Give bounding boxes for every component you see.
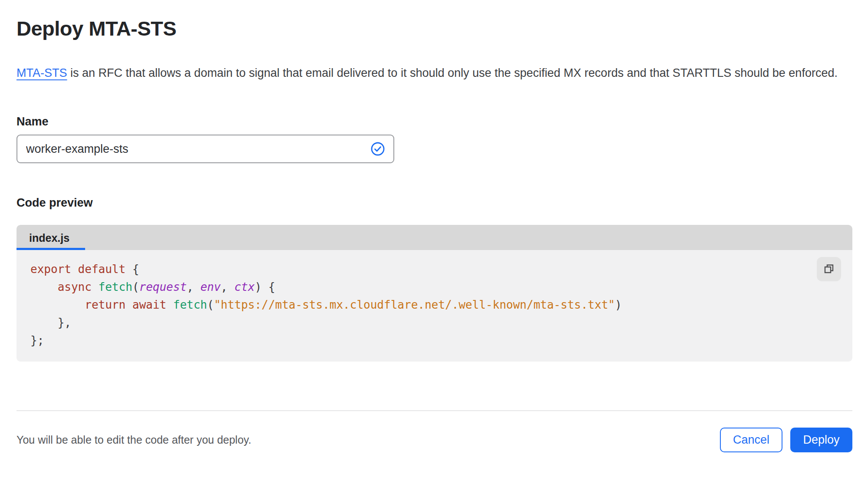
footer-divider bbox=[17, 410, 852, 411]
copy-code-button[interactable] bbox=[817, 257, 841, 281]
deploy-mta-sts-page: Deploy MTA-STS MTA-STS is an RFC that al… bbox=[0, 0, 868, 494]
cancel-button[interactable]: Cancel bbox=[720, 428, 782, 452]
code-tab-bar: index.js bbox=[17, 225, 852, 250]
name-label: Name bbox=[17, 115, 852, 128]
code-preview-label: Code preview bbox=[17, 196, 852, 210]
page-title: Deploy MTA-STS bbox=[17, 16, 852, 40]
footer-bar: You will be able to edit the code after … bbox=[17, 428, 852, 452]
mta-sts-link[interactable]: MTA-STS bbox=[17, 66, 67, 79]
code-preview-panel: index.js export default { async fetch(re… bbox=[17, 225, 852, 362]
description: MTA-STS is an RFC that allows a domain t… bbox=[17, 63, 842, 83]
code-block: export default { async fetch(request, en… bbox=[30, 260, 852, 349]
check-circle-icon bbox=[370, 141, 386, 157]
description-text: is an RFC that allows a domain to signal… bbox=[67, 66, 838, 79]
code-area: export default { async fetch(request, en… bbox=[17, 250, 852, 362]
tab-index-js[interactable]: index.js bbox=[17, 225, 69, 250]
name-input[interactable] bbox=[17, 135, 394, 163]
footer-actions: Cancel Deploy bbox=[720, 428, 852, 452]
footer-note: You will be able to edit the code after … bbox=[17, 434, 251, 446]
name-input-wrap bbox=[17, 135, 394, 163]
deploy-button[interactable]: Deploy bbox=[790, 428, 852, 452]
copy-icon bbox=[822, 262, 835, 277]
